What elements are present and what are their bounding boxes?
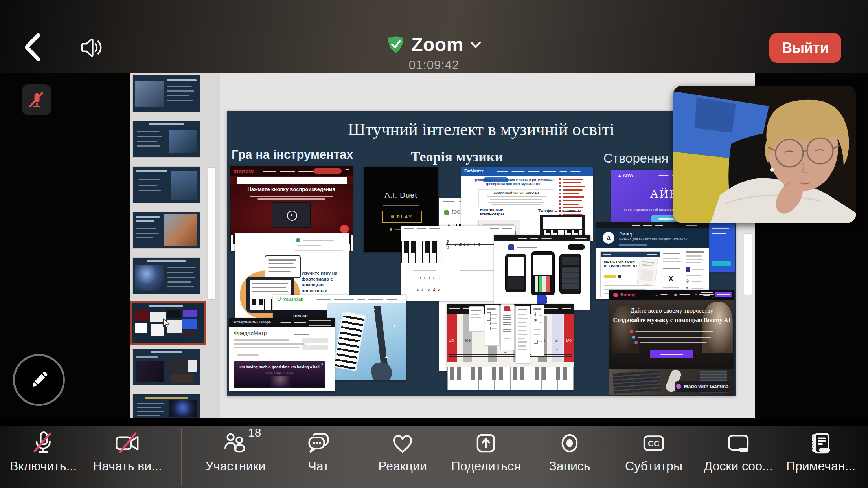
earmaster-logo: EarMaster [464, 169, 483, 173]
muted-mic-icon [26, 90, 47, 110]
notes-icon [807, 429, 835, 457]
zoom-meeting-screen: Zoom 01:09:42 Выйти [0, 0, 868, 488]
toolbar-separator [181, 428, 182, 486]
freddiemeter-title: ФреддиМетр [234, 330, 267, 336]
toolbar-label: Поделиться [451, 459, 521, 473]
chat-icon [305, 429, 332, 457]
toolbar-label: Примечан... [786, 459, 855, 473]
editor-scrollbar[interactable] [744, 234, 752, 295]
current-slide: Штучний інтелект в музичній освіті Гра н… [227, 111, 736, 396]
toolbar-participants-button[interactable]: 18 Участники [192, 426, 279, 488]
gamma-icon [676, 384, 681, 389]
participants-count-badge: 18 [248, 426, 261, 439]
selected-slide-frame[interactable] [130, 301, 206, 345]
earmaster-mobile-heading: Телефоны и планшеты [538, 208, 585, 213]
screenshot-tenuto: Тенуто [494, 235, 590, 310]
toolbar-label: Реакции [378, 459, 427, 473]
toolbar-notes-button[interactable]: Примечан... [778, 426, 864, 488]
bottom-toolbar: Включить... Начать ви... [0, 426, 868, 488]
ai-duet-play: PLAY [397, 215, 413, 219]
pianote-logo: pianote [233, 167, 254, 174]
boomy-heading1: Дайте волю своему творчеству [609, 307, 734, 314]
meeting-timer: 01:09:42 [0, 58, 868, 72]
note-label: Re [465, 338, 471, 343]
security-shield-icon [386, 35, 405, 55]
earmaster-tagline: тренировка слуха, пение с листа и ритмич… [472, 178, 555, 186]
svg-text:CC: CC [648, 439, 660, 448]
slide-thumbnail-17[interactable] [133, 349, 200, 385]
note-label: Do [566, 338, 572, 343]
meeting-title: Zoom [411, 34, 463, 55]
toolbar-record-button[interactable]: Запись [526, 426, 613, 488]
participant-video-scene [673, 86, 856, 223]
slide-thumbnail-panel: 11 12 13 14 15 16 17 18 [130, 73, 220, 418]
earmaster-desktop-heading: Настольные компьютеры [480, 207, 519, 216]
pencil-icon [28, 369, 50, 391]
freddiemeter-lyric1: I'm having such a good time I'm having a… [234, 365, 325, 369]
toolbar-label: Начать ви... [93, 459, 162, 473]
earmaster-free-banner: БЕСПЛАТНЫЙ КОНТЕНТ ВКЛЮЧЕН [479, 191, 554, 194]
participants-icon [222, 429, 249, 457]
pianote-heading: Нажмите кнопку воспроизведения [230, 186, 353, 192]
thumbnail-scrollbar[interactable] [208, 168, 215, 299]
slide-thumbnail-18[interactable] [133, 394, 200, 418]
tenuto-name: Тенуто [494, 299, 590, 304]
section-instruments: Гра на інструментах [232, 148, 353, 162]
amper-inner-heading: MUSIC FOR YOUR DEFINING MOMENT [604, 260, 638, 269]
section-theory: Теорія музики [388, 149, 526, 165]
freddiemeter-lyric2: Don't stop me now [234, 371, 325, 375]
freddiemeter-navbar: Эксперименты | Google [232, 320, 271, 324]
chevron-down-icon [470, 40, 482, 49]
toolbar-share-button[interactable]: Поделиться [443, 426, 529, 488]
video-off-icon [114, 429, 141, 457]
slide-thumbnail-14[interactable] [133, 212, 200, 248]
gamma-label: Made with Gamma [684, 383, 728, 389]
slide-thumbnail-12[interactable] [133, 121, 200, 157]
amper-name: Ампер [619, 231, 633, 237]
toolbar-captions-button[interactable]: CC Субтитры [611, 426, 697, 488]
amper-subtitle: МУЗЫКА ДЛЯ ВАШЕГО РЕШАЮЩЕГО МОМЕНТА [619, 238, 687, 241]
toolbar-label: Запись [549, 459, 590, 473]
toolbar-whiteboards-button[interactable]: Доски соо... [695, 426, 782, 488]
toolbar-unmute-button[interactable]: Включить... [0, 426, 86, 488]
note-label: Do [449, 338, 454, 343]
toolbar-chat-button[interactable]: Чат [275, 426, 362, 488]
meeting-title-group[interactable]: Zoom [0, 34, 868, 55]
screenshot-blue-fragment [709, 222, 735, 272]
boomy-logo: Boomy [620, 292, 635, 297]
ai-duet-title: A.I. Duet [364, 191, 438, 200]
toolbar-start-video-button[interactable]: Начать ви... [84, 426, 171, 488]
annotate-button[interactable] [13, 354, 65, 406]
boomy-heading2: Создавайте музыку с помощью Boomy AI [609, 317, 734, 324]
whiteboard-icon [725, 429, 752, 457]
screenshot-note-trainer: Do Re Mi Fa Sol La Si Do 𝅝𝅝 𝅝𝅝 𝅝𝅝 𝅝𝅝 [447, 304, 574, 390]
slide-thumbnail-13[interactable] [133, 167, 200, 203]
participant-video-tile[interactable] [673, 86, 856, 223]
aiva-logo: AIVA [623, 173, 633, 178]
toolbar-label: Субтитры [625, 459, 682, 473]
toolbar-label: Включить... [10, 459, 77, 473]
mic-muted-icon [29, 429, 57, 457]
leave-button[interactable]: Выйти [769, 33, 841, 63]
yousician-logo: yousician [283, 297, 303, 301]
pianote-chat-bubble [340, 225, 349, 233]
top-bar: Zoom 01:09:42 Выйти [0, 0, 868, 73]
slide-thumbnail-11[interactable] [133, 75, 200, 112]
note-label: Si [555, 338, 559, 343]
slide-thumbnail-16[interactable] [133, 303, 199, 339]
record-icon [556, 429, 583, 457]
toolbar-label: Чат [308, 459, 329, 473]
toolbar-reactions-button[interactable]: Реакции [359, 426, 446, 488]
share-screen-icon [472, 429, 500, 457]
toolbar-label: Доски соо... [704, 459, 772, 473]
toolbar-label: Участники [206, 459, 266, 473]
amper-x-logo: X [669, 275, 673, 283]
slide-title: Штучний інтелект в музичній освіті [227, 119, 736, 139]
slide-thumbnail-15[interactable] [133, 258, 200, 294]
cursor-icon [162, 318, 171, 328]
toolbar-gap [0, 418, 868, 426]
screenshot-boomy: Boomy ♨ ▣ ✎ Дайте волю своему творчеству… [609, 290, 734, 395]
leave-button-label: Выйти [782, 40, 829, 56]
made-with-gamma-badge[interactable]: Made with Gamma [675, 381, 730, 392]
closed-captions-icon: CC [640, 429, 668, 457]
